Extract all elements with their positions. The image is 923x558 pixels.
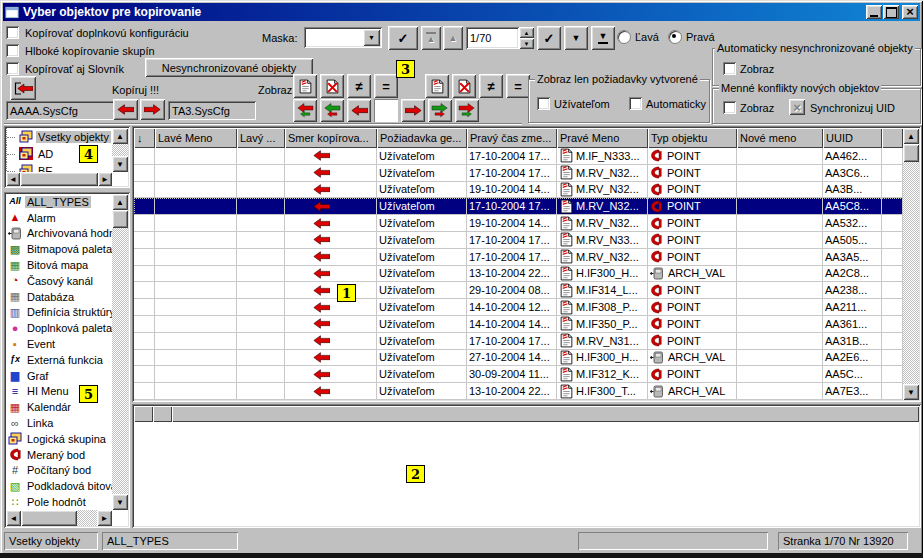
table-column-header[interactable]: Požiadavka ge...	[377, 128, 467, 148]
filter-dir-right-user-button[interactable]	[428, 99, 452, 122]
table-column-header[interactable]: Typ objektu	[648, 128, 737, 148]
maska-combobox[interactable]: ▼	[304, 27, 382, 48]
types-list-item[interactable]: AllALL_TYPES	[6, 194, 112, 210]
types-scroll-down-button[interactable]: ▼	[112, 494, 128, 510]
name-conflicts-show-checkbox[interactable]	[723, 101, 736, 114]
table-row[interactable]: Užívateľom30-09-2004 11...M.IF312_K...PO…	[134, 366, 903, 383]
page-first-button[interactable]: ▲	[421, 26, 441, 50]
table-row[interactable]: Užívateľom17-10-2004 17...M.RV_N33...POI…	[134, 232, 903, 249]
table-row[interactable]: Užívateľom27-10-2004 14...H.IF300_H...AR…	[134, 350, 903, 367]
table-row[interactable]: Užívateľom17-10-2004 17...M.RV_N32...POI…	[134, 249, 903, 266]
maska-input[interactable]	[307, 30, 361, 45]
types-list-item[interactable]: ▪Event	[6, 336, 112, 352]
types-list-item[interactable]: #Počítaný bod	[6, 463, 112, 479]
table-row[interactable]: Užívateľom17-10-2004 17...M.RV_N31...POI…	[134, 333, 903, 350]
types-list-item[interactable]: Archivovaná hodn	[6, 226, 112, 242]
page-spin-up-button[interactable]: ▲	[519, 27, 534, 38]
copy-to-right-button[interactable]	[140, 99, 165, 120]
types-hscroll-track[interactable]	[77, 510, 97, 526]
filter-dir-left-auto-button[interactable]	[293, 99, 317, 122]
copy-selection-left-button[interactable]	[10, 76, 36, 100]
filter-different-left-button[interactable]: ≠	[347, 74, 371, 98]
table-row[interactable]: Užívateľom13-10-2004 22...H.IF300_T...AR…	[134, 383, 903, 400]
close-button[interactable]: ×	[902, 5, 918, 19]
tree-item[interactable]: BE	[6, 162, 112, 172]
types-hscroll-thumb[interactable]	[21, 510, 77, 526]
requests-auto-checkbox[interactable]	[629, 97, 642, 110]
table-column-header[interactable]: Lavý ...	[237, 128, 285, 148]
tree-scroll-down-button[interactable]: ▼	[112, 156, 128, 172]
types-list-item[interactable]: ∞Linka	[6, 415, 112, 431]
types-list-item[interactable]: Logická skupina	[6, 431, 112, 447]
types-scroll-up-button[interactable]: ▲	[112, 194, 128, 210]
filter-deleted-right-button[interactable]	[452, 74, 476, 98]
table-column-header[interactable]: Lavé Meno	[155, 128, 237, 148]
table-row[interactable]: Užívateľom17-10-2004 17...M.RV_N32...POI…	[134, 198, 903, 215]
table-vscroll-track[interactable]	[903, 162, 919, 384]
types-list-item[interactable]: Meraný bod	[6, 447, 112, 463]
types-scroll-left-button[interactable]: ◄	[6, 510, 21, 526]
table-row[interactable]: Užívateľom19-10-2004 14...M.RV_N32...POI…	[134, 215, 903, 232]
copy-additional-config-checkbox[interactable]	[6, 26, 19, 39]
types-list-item[interactable]: ▥Definícia štruktúry	[6, 305, 112, 321]
table-column-header[interactable]: Pravý čas zme...	[467, 128, 557, 148]
maska-dropdown-button[interactable]: ▼	[363, 29, 380, 46]
nonsynchronized-objects-button[interactable]: Nesynchronizované objekty	[145, 58, 313, 77]
types-list-item[interactable]: ▧Podkladová bitová	[6, 478, 112, 494]
deep-copy-groups-checkbox[interactable]	[6, 44, 19, 57]
side-left-radio[interactable]	[617, 30, 631, 44]
tree-hscroll-thumb[interactable]	[20, 172, 98, 186]
types-list-item[interactable]: ▦Databáza	[6, 289, 112, 305]
filter-deleted-left-button[interactable]	[320, 74, 344, 98]
types-list-item[interactable]: ▦Bitová mapa	[6, 257, 112, 273]
page-next-button[interactable]: ▼	[564, 26, 588, 50]
auto-nonsync-show-checkbox[interactable]	[723, 62, 736, 75]
filter-new-requests-right-button[interactable]	[425, 74, 449, 98]
table-column-header[interactable]: UUID	[823, 128, 882, 148]
requests-user-checkbox[interactable]	[537, 97, 550, 110]
go-page-button[interactable]: ✓	[537, 26, 561, 50]
filter-new-requests-left-button[interactable]	[293, 74, 317, 98]
tree-scroll-up-button[interactable]: ▲	[112, 128, 128, 144]
types-list-item[interactable]: ●Doplnková paleta	[6, 320, 112, 336]
types-vscroll-track[interactable]	[112, 228, 128, 494]
types-list-item[interactable]: ▆Graf	[6, 368, 112, 384]
filter-different-right-button[interactable]: ≠	[479, 74, 503, 98]
types-scroll-right-button[interactable]: ►	[97, 510, 112, 526]
table-column-header[interactable]: Smer kopírova...	[285, 128, 377, 148]
page-prev-button[interactable]: ▲	[443, 26, 463, 50]
filter-equal-left-button[interactable]: =	[374, 74, 398, 98]
tree-vscroll-track[interactable]	[112, 144, 128, 156]
filter-dir-left-user-button[interactable]	[320, 99, 344, 122]
table-row[interactable]: Užívateľom19-10-2004 14...M.RV_N32...POI…	[134, 182, 903, 199]
filter-equal-right-button[interactable]: =	[506, 74, 530, 98]
filter-dir-right-button[interactable]	[401, 99, 425, 122]
copy-dictionary-checkbox[interactable]	[6, 62, 19, 75]
tree-scroll-right-button[interactable]: ►	[98, 172, 112, 186]
table-row[interactable]: Užívateľom13-10-2004 22...H.IF300_H...AR…	[134, 266, 903, 283]
types-list-item[interactable]: ▲Alarm	[6, 210, 112, 226]
tree-scroll-left-button[interactable]: ◄	[6, 172, 20, 186]
filter-dir-right-auto-button[interactable]	[455, 99, 479, 122]
table-scroll-up-button[interactable]: ▲	[903, 128, 919, 144]
page-spin-down-button[interactable]: ▼	[519, 38, 534, 49]
minimize-button[interactable]	[866, 5, 882, 19]
copy-to-left-button[interactable]	[113, 99, 138, 120]
page-field[interactable]: 1/70	[466, 27, 519, 49]
types-vscroll-thumb[interactable]	[112, 210, 128, 228]
table-row[interactable]: Užívateľom17-10-2004 17...M.RV_N32...POI…	[134, 165, 903, 182]
types-list-item[interactable]: ƒxExterná funkcia	[6, 352, 112, 368]
page-last-button[interactable]: ▼	[591, 26, 615, 50]
table-column-header[interactable]: Pravé Meno	[557, 128, 648, 148]
table-row[interactable]: Užívateľom29-10-2004 08...M.IF314_L...PO…	[134, 282, 903, 299]
sync-uid-button[interactable]: ×	[789, 99, 805, 115]
table-row[interactable]: Užívateľom14-10-2004 12...M.IF308_P...PO…	[134, 299, 903, 316]
table-row[interactable]: Užívateľom14-10-2004 14...M.IF350_P...PO…	[134, 316, 903, 333]
table-row[interactable]: Užívateľom17-10-2004 17...M.IF_N333...PO…	[134, 148, 903, 165]
tree-item[interactable]: Vsetky objekty	[6, 128, 112, 145]
table-column-header[interactable]: ↓	[134, 128, 155, 148]
table-column-header[interactable]: Nové meno	[737, 128, 823, 148]
table-scroll-down-button[interactable]: ▼	[903, 384, 919, 400]
types-list-item[interactable]: ∷Pole hodnôt	[6, 494, 112, 510]
filter-dir-left-button[interactable]	[347, 99, 371, 122]
